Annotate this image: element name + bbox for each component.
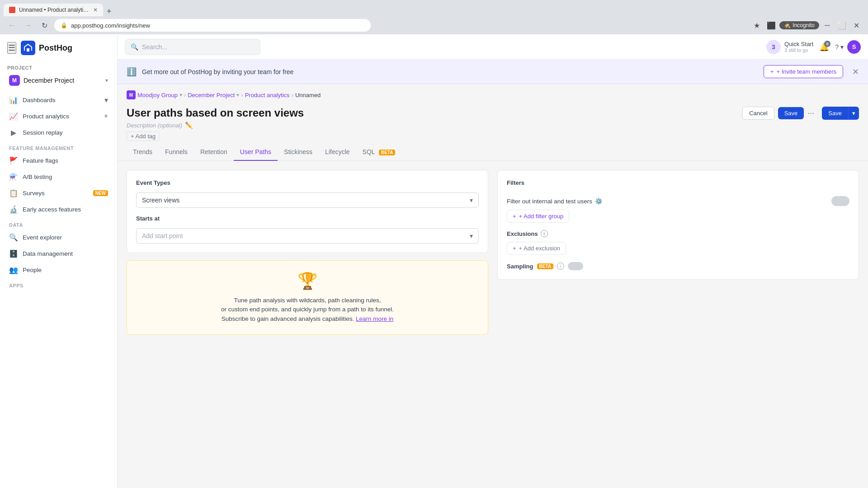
breadcrumb-current-name: Unnamed — [295, 92, 321, 99]
product-analytics-add-icon[interactable]: + — [104, 112, 108, 120]
sampling-row: Sampling BETA i — [507, 262, 849, 270]
tab-lifecycle[interactable]: Lifecycle — [319, 144, 356, 161]
promo-box: 🏆 Tune path analysis with wildcards, pat… — [127, 260, 488, 335]
feature-management-label: FEATURE MANAGEMENT — [5, 142, 112, 153]
save-dropdown-button[interactable]: ▾ — [848, 107, 859, 120]
tab-funnels[interactable]: Funnels — [159, 144, 194, 161]
sidebar-item-dashboards[interactable]: 📊 Dashboards ▾ — [5, 92, 112, 108]
quick-start-text-block: Quick Start 3 still to go — [784, 41, 813, 53]
breadcrumb-sep-1: › — [184, 92, 186, 99]
notifications-button[interactable]: 🔔 0 — [817, 40, 831, 54]
add-tag-button[interactable]: + Add tag — [127, 131, 160, 141]
sidebar-item-data-management[interactable]: 🗄️ Data management — [5, 246, 112, 261]
breadcrumb-sep-3: › — [292, 92, 293, 99]
breadcrumb-section[interactable]: Product analytics — [245, 92, 290, 99]
bookmark-button[interactable]: ★ — [750, 19, 763, 32]
breadcrumb-project[interactable]: December Project ▾ — [188, 92, 239, 99]
browser-tab[interactable]: Unnamed • Product analytics • ✕ — [4, 4, 103, 16]
starts-at-select[interactable]: Add start point ▾ — [136, 228, 479, 244]
sidebar-item-people[interactable]: 👥 People — [5, 262, 112, 277]
cancel-button[interactable]: Cancel — [742, 107, 774, 120]
starts-at-label: Starts at — [136, 215, 479, 222]
tab-sql[interactable]: SQL BETA — [356, 144, 402, 161]
filters-section: Filters Filter out internal and test use… — [497, 170, 859, 280]
tab-user-paths[interactable]: User Paths — [234, 144, 278, 161]
back-button[interactable]: ← — [5, 19, 18, 32]
new-tab-button[interactable]: + — [103, 7, 115, 16]
close-browser-button[interactable]: ✕ — [850, 19, 863, 32]
incognito-badge[interactable]: 🕵️ Incognito — [779, 21, 819, 29]
promo-text: Tune path analysis with wildcards, path … — [138, 296, 477, 324]
tab-stickiness[interactable]: Stickiness — [278, 144, 319, 161]
exclusions-title-row: Exclusions i — [507, 230, 849, 237]
filter-gear-icon[interactable]: ⚙️ — [595, 197, 603, 205]
invite-team-button[interactable]: + + Invite team members — [764, 65, 843, 78]
data-section-label: DATA — [5, 219, 112, 230]
apps-section-label: APPS — [5, 279, 112, 290]
insight-actions: Cancel Save ··· Save ▾ — [742, 107, 859, 120]
sidebar-item-product-analytics[interactable]: 📈 Product analytics + — [5, 108, 112, 124]
sidebar-item-session-replay-label: Session replay — [23, 129, 108, 136]
maximize-button[interactable]: ⬜ — [835, 19, 848, 32]
sidebar-item-early-access[interactable]: 🔬 Early access features — [5, 202, 112, 217]
promo-learn-more-link[interactable]: Learn more in — [356, 315, 393, 322]
project-chevron-icon: ▾ — [105, 77, 108, 84]
breadcrumb-org[interactable]: M Moodjoy Group ▾ — [127, 90, 182, 99]
event-types-selected-value: Screen views — [142, 197, 179, 204]
user-avatar[interactable]: S — [847, 40, 861, 54]
add-filter-group-button[interactable]: + + Add filter group — [507, 210, 569, 223]
sql-beta-badge: BETA — [379, 150, 395, 155]
sidebar-item-session-replay[interactable]: ▶ Session replay — [5, 125, 112, 140]
sidebar-item-surveys[interactable]: 📋 Surveys NEW — [5, 185, 112, 201]
save-button-small[interactable]: Save — [778, 107, 804, 119]
project-section-label: PROJECT — [5, 65, 112, 70]
tab-retention[interactable]: Retention — [194, 144, 234, 161]
top-nav: 🔍 3 Quick Start 3 still to go 🔔 0 ? ▾ S — [118, 34, 868, 60]
banner-close-button[interactable]: ✕ — [852, 67, 859, 77]
tab-close-icon[interactable]: ✕ — [93, 7, 98, 13]
add-filter-group-label: + Add filter group — [519, 213, 564, 220]
sidebar-item-ab-testing[interactable]: ⚗️ A/B testing — [5, 169, 112, 184]
posthog-logo-icon — [21, 41, 35, 55]
minimize-button[interactable]: ─ — [821, 19, 834, 32]
quick-start[interactable]: 3 Quick Start 3 still to go — [766, 40, 813, 54]
sidebar-item-event-explorer[interactable]: 🔍 Event explorer — [5, 230, 112, 245]
sampling-toggle[interactable] — [568, 262, 583, 270]
insight-header: Cancel Save ··· Save ▾ — [118, 103, 868, 120]
config-grid: Event Types Screen views ▾ Starts at Add… — [127, 170, 859, 335]
add-exclusion-button[interactable]: + + Add exclusion — [507, 242, 566, 255]
project-item[interactable]: M December Project ▾ — [5, 72, 112, 89]
svg-rect-0 — [21, 41, 35, 55]
refresh-button[interactable]: ↻ — [38, 19, 51, 32]
people-icon: 👥 — [9, 265, 18, 274]
left-config-column: Event Types Screen views ▾ Starts at Add… — [127, 170, 488, 335]
sidebar-header: ☰ PostHog — [0, 34, 117, 61]
sidebar-item-feature-flags[interactable]: 🚩 Feature flags — [5, 153, 112, 168]
help-button[interactable]: ? ▾ — [835, 43, 844, 51]
edit-description-icon[interactable]: ✏️ — [185, 122, 193, 129]
more-options-button[interactable]: ··· — [807, 108, 814, 118]
data-management-icon: 🗄️ — [9, 249, 18, 258]
event-types-select[interactable]: Screen views ▾ — [136, 192, 479, 208]
tab-favicon — [9, 7, 15, 13]
event-explorer-icon: 🔍 — [9, 233, 18, 242]
search-input[interactable] — [142, 43, 255, 51]
incognito-label: Incognito — [793, 22, 815, 28]
cast-button[interactable]: ⬛ — [765, 19, 778, 32]
dashboards-expand-icon: ▾ — [104, 96, 108, 104]
search-bar[interactable]: 🔍 — [125, 39, 260, 55]
hamburger-button[interactable]: ☰ — [7, 42, 16, 54]
sampling-label: Sampling — [507, 263, 533, 270]
product-analytics-icon: 📈 — [9, 112, 18, 121]
filter-internal-toggle[interactable] — [831, 196, 849, 206]
filter-internal-text: Filter out internal and test users ⚙️ — [507, 197, 827, 205]
event-types-chevron-icon: ▾ — [470, 197, 473, 204]
save-main-button[interactable]: Save — [822, 107, 848, 120]
event-types-label: Event Types — [136, 179, 479, 186]
insight-title-input[interactable] — [127, 107, 737, 119]
tab-trends[interactable]: Trends — [127, 144, 159, 161]
right-config-column: Filters Filter out internal and test use… — [497, 170, 859, 335]
add-exclusion-label: + Add exclusion — [519, 245, 560, 252]
filter-internal-row: Filter out internal and test users ⚙️ — [507, 192, 849, 210]
forward-button[interactable]: → — [22, 19, 34, 32]
